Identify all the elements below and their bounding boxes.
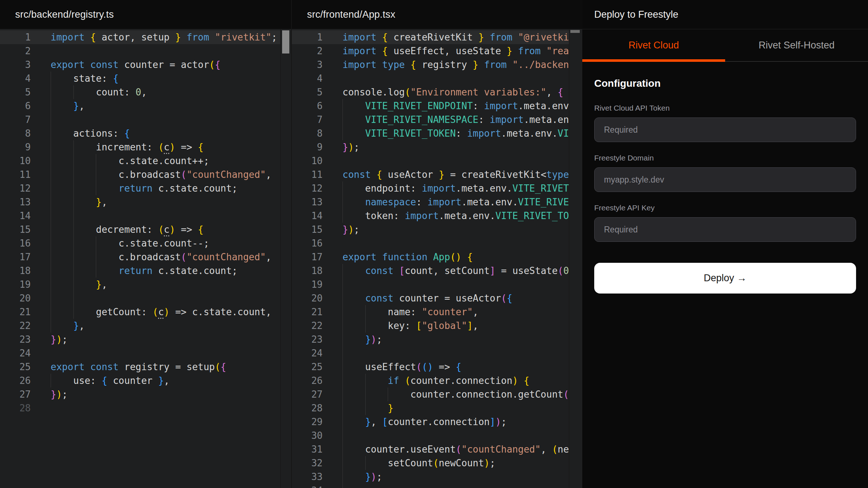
code-line-content: endpoint: import.meta.env.VITE_RIVET [342, 181, 569, 195]
line-number: 24 [0, 346, 31, 360]
line-number: 17 [0, 250, 31, 264]
line-number: 21 [0, 305, 31, 319]
indent-guide [51, 195, 51, 209]
code-line-content: }, [51, 319, 85, 333]
scrollbar-thumb[interactable] [570, 30, 580, 33]
indent-guide [365, 401, 366, 415]
indent-guide [342, 113, 343, 127]
code-line: 5 count: 0, [0, 85, 291, 99]
line-number: 2 [0, 44, 31, 58]
code-line: 3export const counter = actor({ [0, 58, 291, 72]
code-line: 18 return c.state.count; [0, 264, 291, 278]
code-line: 9 increment: (c) => { [0, 140, 291, 154]
line-number: 17 [292, 250, 323, 264]
code-line-content: state: { [51, 72, 119, 85]
indent-guide [342, 360, 343, 374]
code-line: 7 [0, 113, 291, 127]
indent-guide [51, 72, 51, 85]
code-line-content: import { actor, setup } from "rivetkit"; [51, 30, 277, 44]
line-number: 18 [292, 264, 323, 278]
indent-guide [96, 264, 96, 278]
code-line-content: useEffect(() => { [342, 360, 461, 374]
line-number: 23 [0, 333, 31, 346]
editor-pane-frontend: src/frontend/App.tsx 1import { createRiv… [291, 0, 582, 488]
line-number: 20 [0, 291, 31, 305]
code-line: 10 c.state.count++; [0, 154, 291, 168]
line-number: 2 [292, 44, 323, 58]
line-number: 23 [292, 333, 323, 346]
indent-guide [51, 113, 51, 127]
rivet-cloud-api-token-input[interactable] [594, 117, 856, 142]
line-number: 20 [292, 291, 323, 305]
code-line: 21 getCount: (c) => c.state.count, [0, 305, 291, 319]
panel-title-bar: Deploy to Freestyle [582, 0, 868, 29]
indent-guide [51, 291, 51, 305]
indent-guide [365, 319, 366, 333]
indent-guide [51, 154, 51, 168]
code-line: 26 use: { counter }, [0, 374, 291, 388]
code-line: 24 [0, 346, 291, 360]
field-label: Freestyle API Key [594, 204, 856, 212]
code-line-content: name: "counter", [342, 305, 478, 319]
tab-rivet-self-hosted[interactable]: Rivet Self-Hosted [725, 29, 868, 61]
line-number: 7 [0, 113, 31, 127]
code-line: 11 c.broadcast("countChanged", [0, 168, 291, 181]
code-line: 2 [0, 44, 291, 58]
line-number: 1 [0, 30, 31, 44]
scrollbar-thumb[interactable] [282, 30, 289, 53]
code-line: 10 [292, 154, 582, 168]
indent-guide [73, 195, 74, 209]
indent-guide [73, 85, 74, 99]
deploy-panel: Deploy to Freestyle Rivet Cloud Rivet Se… [582, 0, 868, 488]
file-name: src/backend/registry.ts [15, 9, 114, 20]
code-line: 15}); [292, 223, 582, 236]
line-number: 12 [0, 181, 31, 195]
code-editor[interactable]: 1import { actor, setup } from "rivetkit"… [0, 29, 291, 488]
file-title-bar: src/frontend/App.tsx [292, 0, 582, 29]
code-line-content: c.broadcast("countChanged", [51, 168, 272, 181]
indent-guide [73, 154, 74, 168]
indent-guide [388, 388, 388, 401]
code-line-content: export function App() { [342, 250, 473, 264]
code-line-content: export const registry = setup({ [51, 360, 226, 374]
indent-guide [365, 456, 366, 470]
freestyle-api-key-input[interactable] [594, 217, 856, 242]
indent-guide [342, 305, 343, 319]
line-number: 26 [292, 374, 323, 388]
code-line: 4 [292, 72, 582, 85]
freestyle-domain-input[interactable] [594, 167, 856, 192]
tab-rivet-cloud[interactable]: Rivet Cloud [582, 29, 725, 61]
indent-guide [73, 291, 74, 305]
code-line-content: c.state.count--; [51, 236, 209, 250]
code-line-content: }, [51, 195, 107, 209]
indent-guide [51, 209, 51, 223]
line-number: 18 [0, 264, 31, 278]
indent-guide [365, 388, 366, 401]
code-line-content: const { useActor } = createRivetKit<type… [342, 168, 575, 181]
line-number: 16 [292, 236, 323, 250]
line-number: 32 [292, 456, 323, 470]
code-line-content: }); [342, 140, 359, 154]
active-tab-indicator [582, 59, 725, 62]
code-line-content: decrement: (c) => { [51, 223, 204, 236]
code-line: 13 }, [0, 195, 291, 209]
code-line-content: increment: (c) => { [51, 140, 204, 154]
code-line-content: import { useEffect, useState } from "rea [342, 44, 569, 58]
field-rivet-cloud-api-token: Rivet Cloud API Token [594, 104, 856, 142]
code-line: 27}); [0, 388, 291, 401]
code-line-content: key: ["global"], [342, 319, 478, 333]
indent-guide [342, 456, 343, 470]
deploy-button[interactable]: Deploy → [594, 263, 856, 294]
indent-guide [96, 154, 96, 168]
code-line-content: }, [51, 99, 85, 113]
indent-guide [73, 140, 74, 154]
field-label: Freestyle Domain [594, 154, 856, 162]
code-line: 12 endpoint: import.meta.env.VITE_RIVET [292, 181, 582, 195]
code-line-content: } [342, 401, 393, 415]
indent-guide [342, 388, 343, 401]
editor-pane-backend: src/backend/registry.ts 1import { actor,… [0, 0, 291, 488]
code-line: 26 if (counter.connection) { [292, 374, 582, 388]
line-number: 11 [0, 168, 31, 181]
indent-guide [51, 305, 51, 319]
code-editor[interactable]: 1import { createRivetKit } from "@rivetk… [292, 29, 582, 488]
